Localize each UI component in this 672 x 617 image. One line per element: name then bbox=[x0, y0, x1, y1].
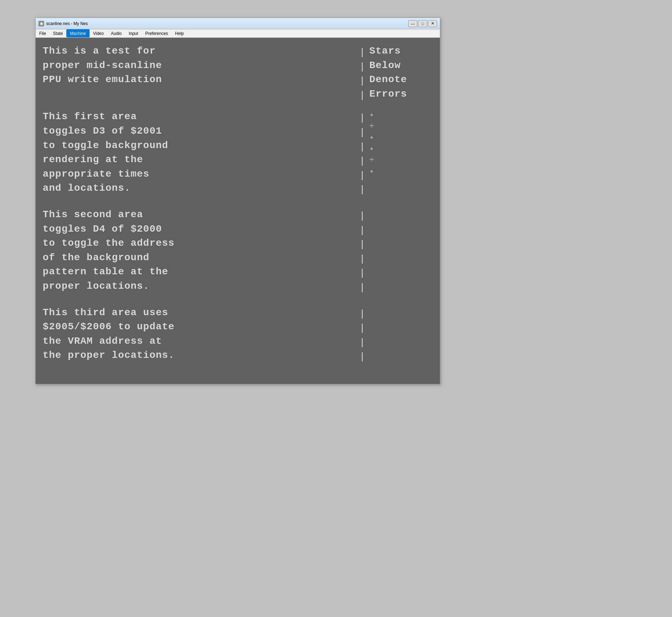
section2-text: This second area toggles D4 of $2000 to … bbox=[43, 208, 355, 295]
header-right: Stars Below Denote Errors bbox=[369, 44, 433, 103]
menu-preferences[interactable]: Preferences bbox=[142, 29, 172, 37]
nes-screen: This is a test for proper mid-scanline P… bbox=[36, 38, 440, 384]
header-right2: Below bbox=[369, 59, 433, 73]
title-bar: ▣ scanline.nes - My Nes — □ ✕ bbox=[36, 18, 440, 29]
title-bar-left: ▣ scanline.nes - My Nes bbox=[38, 21, 88, 26]
header-section: This is a test for proper mid-scanline P… bbox=[43, 44, 433, 103]
header-text: This is a test for proper mid-scanline P… bbox=[43, 44, 355, 103]
bar1: | bbox=[359, 45, 365, 60]
bar2: | bbox=[359, 60, 365, 74]
header-right1: Stars bbox=[369, 44, 433, 59]
header-line3: PPU write emulation bbox=[43, 73, 355, 87]
menu-audio[interactable]: Audio bbox=[107, 29, 125, 37]
section2: This second area toggles D4 of $2000 to … bbox=[43, 208, 433, 295]
section3-bars: | | | | bbox=[355, 306, 369, 364]
window-controls: — □ ✕ bbox=[408, 20, 437, 27]
section3-text: This third area uses $2005/$2006 to upda… bbox=[43, 306, 355, 364]
menu-input[interactable]: Input bbox=[125, 29, 142, 37]
section3: This third area uses $2005/$2006 to upda… bbox=[43, 306, 433, 364]
maximize-button[interactable]: □ bbox=[418, 20, 427, 27]
section1: This first area toggles D3 of $2001 to t… bbox=[43, 110, 433, 197]
close-button[interactable]: ✕ bbox=[428, 20, 437, 27]
main-window: ▣ scanline.nes - My Nes — □ ✕ File State… bbox=[35, 18, 440, 384]
header-right3: Denote bbox=[369, 73, 433, 87]
section3-right bbox=[369, 306, 433, 364]
section1-bars: | | | | | | bbox=[355, 110, 369, 197]
menu-help[interactable]: Help bbox=[171, 29, 187, 37]
window-title: scanline.nes - My Nes bbox=[46, 21, 88, 26]
menu-file[interactable]: File bbox=[36, 29, 49, 37]
header-right4: Errors bbox=[369, 87, 433, 102]
section1-text: This first area toggles D3 of $2001 to t… bbox=[43, 110, 355, 197]
bar4: | bbox=[359, 88, 365, 103]
menu-machine[interactable]: Machine bbox=[66, 29, 89, 37]
header-line2: proper mid-scanline bbox=[43, 59, 355, 73]
section2-bars: | | | | | | bbox=[355, 208, 369, 295]
minimize-button[interactable]: — bbox=[408, 20, 417, 27]
app-icon: ▣ bbox=[38, 21, 44, 26]
section1-right: ✦ ÷ ✦ ✦ ÷ ✦ bbox=[369, 110, 433, 197]
section2-right bbox=[369, 208, 433, 295]
menu-bar: File State Machine Video Audio Input Pre… bbox=[36, 29, 440, 38]
bar3: | bbox=[359, 74, 365, 88]
menu-state[interactable]: State bbox=[49, 29, 66, 37]
header-bars: | | | | bbox=[355, 44, 369, 103]
menu-video[interactable]: Video bbox=[90, 29, 107, 37]
header-line1: This is a test for bbox=[43, 44, 355, 59]
